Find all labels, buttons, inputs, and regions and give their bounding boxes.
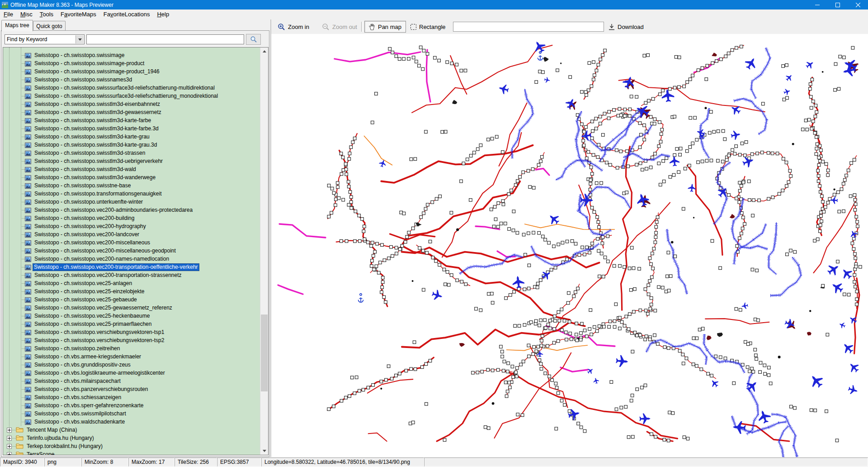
tree-folder-row[interactable]: TerraScope [3, 450, 260, 455]
tree-folder-row[interactable]: Terkep.torokbalint.hu (Hungary) [3, 442, 260, 450]
tree-item[interactable]: Swisstopo - ch.swisstopo.vec200-building [3, 214, 260, 222]
tree-item[interactable]: Swisstopo - ch.swisstopo.swissimage-prod… [3, 67, 260, 76]
tree-item-label: Swisstopo - ch.swisstopo.swisstlm3d-kart… [33, 124, 160, 133]
rectangle-button[interactable]: Rectangle [410, 19, 446, 34]
tree-item[interactable]: Swisstopo - ch.swisstopo.swisstlm3d-kart… [3, 141, 260, 149]
tree-item[interactable]: Swisstopo - ch.swisstopo.swisstne-base [3, 181, 260, 190]
tree-item[interactable]: Swisstopo - ch.swisstopo.swisstlm3d-uebr… [3, 157, 260, 165]
menu-item-misc[interactable]: Misc [17, 10, 36, 19]
tree-item[interactable]: Swisstopo - ch.swisstopo.swisstlm3d-wand… [3, 173, 260, 181]
maximize-button[interactable] [827, 0, 848, 10]
tree-item[interactable]: Swisstopo - ch.swisstopo.vec25-heckenbae… [3, 312, 260, 320]
tree-item[interactable]: Swisstopo - ch.swisstopo.unterkuenfte-wi… [3, 198, 260, 206]
tree-item[interactable]: Swisstopo - ch.swisstopo.swissimage-prod… [3, 59, 260, 67]
tree-item[interactable]: Swisstopo - ch.swisstopo.swissnames3d [3, 76, 260, 84]
menu-item-favoritemaps[interactable]: FavoriteMaps [57, 10, 100, 19]
search-button[interactable] [246, 34, 261, 45]
search-input[interactable] [86, 34, 244, 44]
tab-maps-tree[interactable]: Maps tree [1, 20, 33, 31]
download-button[interactable]: Download [609, 19, 644, 34]
tree-item[interactable]: Swisstopo - ch.swisstopo.vec200-adminbou… [3, 206, 260, 214]
tree-item[interactable]: Swisstopo - ch.swisstopo.swisstlm3d-kart… [3, 116, 260, 124]
zoom-out-label: Zoom out [332, 24, 357, 30]
tree-item[interactable]: Swisstopo - ch.swisstopo.verschiebungsve… [3, 328, 260, 336]
scroll-up-button[interactable] [260, 48, 268, 55]
toolbar-text-field[interactable] [453, 22, 604, 32]
tree-item[interactable]: Swisstopo - ch.swisstopo.swisssurface3d-… [3, 84, 260, 92]
menu-item-tools[interactable]: Tools [36, 10, 57, 19]
map-preview[interactable] [271, 34, 868, 457]
tree-item[interactable]: Swisstopo - ch.swisstopo.zeitreihen [3, 344, 260, 353]
expand-plus-icon[interactable] [7, 444, 12, 449]
status-segment-3: MaxZoom: 17 [128, 457, 175, 467]
minimize-button[interactable] [807, 0, 827, 10]
tree-item[interactable]: Swisstopo - ch.swisstopo.vec200-hydrogra… [3, 222, 260, 230]
map-canvas[interactable] [271, 34, 868, 457]
tree-item[interactable]: Swisstopo - ch.swisstopo.vec25-anlagen [3, 279, 260, 287]
tree-item[interactable]: Swisstopo - ch.swisstopo.vec200-transpor… [3, 263, 260, 271]
tree-item[interactable]: Swisstopo - ch.swisstopo.swisstlm3d-kart… [3, 133, 260, 141]
tree-folder-label: Terinfo.ujbuda.hu (Hungary) [26, 435, 95, 441]
scroll-down-button[interactable] [260, 447, 268, 455]
expand-plus-icon[interactable] [7, 436, 12, 441]
tree-item[interactable]: Swisstopo - ch.vbs.schiessanzeigen [3, 393, 260, 401]
tree-item-label: Swisstopo - ch.vbs.armee-kriegsdenkmaele… [33, 353, 142, 361]
expand-plus-icon[interactable] [7, 428, 12, 433]
tree-item-label: Swisstopo - ch.swisstopo.vec200-names-na… [33, 255, 170, 263]
tree-item[interactable]: Swisstopo - ch.swisstopo.vec200-transpor… [3, 271, 260, 279]
tree-item-label: Swisstopo - ch.swisstopo.vec200-transpor… [33, 271, 183, 279]
tree-item[interactable]: Swisstopo - ch.vbs.waldschadenkarte [3, 418, 260, 426]
tree-item[interactable]: Swisstopo - ch.swisstopo.swisstlm3d-stra… [3, 149, 260, 157]
tree-item-label: Swisstopo - ch.swisstopo.swisstlm3d-gewa… [33, 108, 163, 116]
combobox-dropdown-button[interactable] [75, 35, 84, 43]
zoom-out-icon [322, 23, 330, 31]
tree-item[interactable]: Swisstopo - ch.swisstopo.vec25-einzelobj… [3, 287, 260, 295]
tree-folder-label: TerraScope [26, 451, 55, 455]
zoom-out-button[interactable]: Zoom out [322, 19, 357, 34]
tree-item[interactable]: Swisstopo - ch.swisstopo.swissimage [3, 51, 260, 59]
tree-item[interactable]: Swisstopo - ch.swisstopo.swisssurface3d-… [3, 92, 260, 100]
rectangle-icon [410, 24, 416, 30]
status-segment-7 [424, 457, 868, 467]
tree-item[interactable]: Swisstopo - ch.swisstopo.vec25-gebaeude [3, 295, 260, 304]
menu-item-help[interactable]: Help [153, 10, 173, 19]
tree-folder-row[interactable]: Tencent Map (China) [3, 426, 260, 434]
tree-item[interactable]: Swisstopo - ch.vbs.logistikraeume-armeel… [3, 369, 260, 377]
maps-tree-list: Swisstopo - ch.swisstopo.swissimageSwiss… [3, 48, 260, 455]
tree-item[interactable]: Swisstopo - ch.vbs.grunddispositiv-zeus [3, 361, 260, 369]
tree-item[interactable]: Swisstopo - ch.swisstopo.vec200-names-na… [3, 255, 260, 263]
tree-item[interactable]: Swisstopo - ch.vbs.sperr-gefahrenzonenka… [3, 401, 260, 410]
tab-quick-goto[interactable]: Quick goto [33, 21, 66, 31]
menu-item-favoritelocations[interactable]: FavoriteLocations [100, 10, 154, 19]
menu-item-file[interactable]: File [0, 10, 17, 19]
zoom-in-button[interactable]: Zoom in [278, 19, 309, 34]
tree-item[interactable]: Swisstopo - ch.swisstopo.swisstlm3d-gewa… [3, 108, 260, 116]
tree-item-label: Swisstopo - ch.vbs.milairspacechart [33, 377, 122, 385]
pan-map-button[interactable]: Pan map [364, 21, 406, 33]
tree-scrollbar[interactable] [260, 48, 268, 455]
expand-plus-icon[interactable] [7, 452, 12, 455]
tree-item-label: Swisstopo - ch.swisstopo.vec25-heckenbae… [33, 312, 151, 320]
tree-item-label: Swisstopo - ch.vbs.panzerverschiebungsro… [33, 385, 149, 393]
tree-item[interactable]: Swisstopo - ch.swisstopo.vec25-primaerfl… [3, 320, 260, 328]
close-button[interactable] [848, 0, 868, 10]
tree-item[interactable]: Swisstopo - ch.swisstopo.swisstlm3d-eise… [3, 100, 260, 108]
tree-item[interactable]: Swisstopo - ch.swisstopo.swisstlm3d-wald [3, 165, 260, 173]
tree-item[interactable]: Swisstopo - ch.swisstopo.vec200-miscella… [3, 238, 260, 247]
tree-item[interactable]: Swisstopo - ch.swisstopo.transformations… [3, 190, 260, 198]
tree-item[interactable]: Swisstopo - ch.vbs.panzerverschiebungsro… [3, 385, 260, 393]
tree-item[interactable]: Swisstopo - ch.vbs.swissmilpilotschart [3, 410, 260, 418]
tree-item[interactable]: Swisstopo - ch.swisstopo.vec200-landcove… [3, 230, 260, 238]
tree-folder-row[interactable]: Terinfo.ujbuda.hu (Hungary) [3, 434, 260, 442]
tree-item[interactable]: Swisstopo - ch.swisstopo.swisstlm3d-kart… [3, 124, 260, 133]
harbour-anchors [359, 52, 543, 302]
tree-item[interactable]: Swisstopo - ch.vbs.armee-kriegsdenkmaele… [3, 353, 260, 361]
scrollbar-thumb[interactable] [261, 315, 268, 391]
tree-item[interactable]: Swisstopo - ch.swisstopo.vec200-miscella… [3, 247, 260, 255]
find-mode-combobox[interactable]: Find by Keyword [5, 34, 85, 44]
chevron-down-icon [78, 38, 82, 41]
tree-item[interactable]: Swisstopo - ch.vbs.milairspacechart [3, 377, 260, 385]
find-mode-value: Find by Keyword [7, 36, 47, 43]
tree-item[interactable]: Swisstopo - ch.swisstopo.vec25-gewaesser… [3, 304, 260, 312]
tree-item[interactable]: Swisstopo - ch.swisstopo.verschiebungsve… [3, 336, 260, 344]
